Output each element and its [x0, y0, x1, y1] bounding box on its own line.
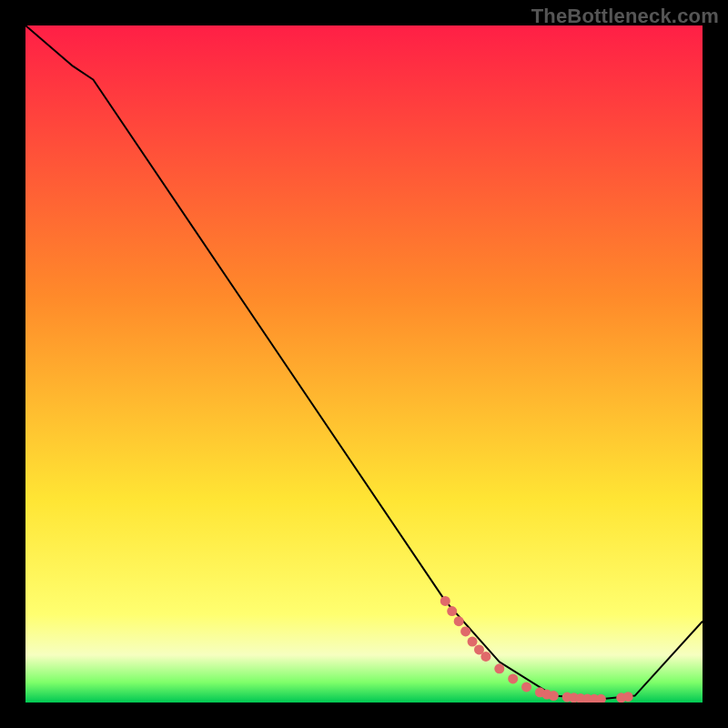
highlight-dot [454, 616, 464, 626]
highlight-dot [447, 606, 457, 616]
highlight-dot [508, 673, 518, 683]
gradient-background [25, 25, 703, 703]
highlight-dot [440, 596, 450, 606]
chart-frame: TheBottleneck.com [0, 0, 728, 728]
highlight-dot [480, 652, 490, 662]
highlight-dot [521, 682, 531, 692]
plot-area [25, 25, 703, 703]
highlight-dot [468, 637, 478, 647]
highlight-dot [494, 663, 504, 673]
watermark-label: TheBottleneck.com [531, 5, 719, 28]
chart-svg [25, 25, 703, 703]
highlight-dot [623, 692, 633, 702]
highlight-dot [549, 691, 559, 701]
highlight-dot [460, 626, 470, 636]
